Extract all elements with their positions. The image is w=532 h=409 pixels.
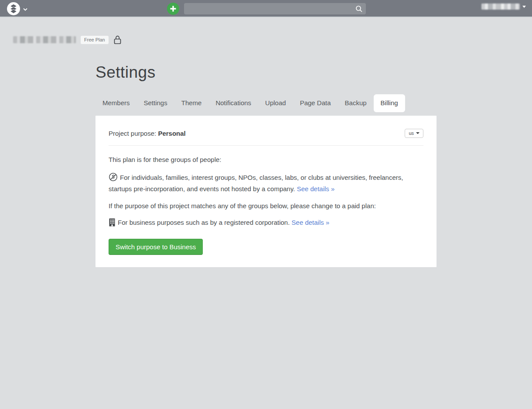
business-description-text: For business purposes such as by a regis…	[118, 219, 290, 226]
scrapbox-logo-icon	[7, 2, 20, 15]
locale-label: us	[409, 131, 414, 136]
tab-notifications[interactable]: Notifications	[208, 94, 258, 112]
see-details-link-personal[interactable]: See details »	[297, 185, 335, 192]
plus-icon	[170, 5, 177, 12]
divider	[109, 145, 423, 146]
no-money-icon	[109, 175, 118, 183]
page-title: Settings	[95, 63, 437, 82]
project-purpose-text: Project purpose: Personal	[109, 129, 186, 138]
tab-backup[interactable]: Backup	[338, 94, 374, 112]
user-menu-button[interactable]	[481, 3, 526, 10]
tab-upload[interactable]: Upload	[258, 94, 293, 112]
tab-page-data[interactable]: Page Data	[293, 94, 338, 112]
tab-theme[interactable]: Theme	[174, 94, 209, 112]
top-navbar	[0, 0, 532, 17]
paid-plan-prompt: If the purpose of this project matches a…	[109, 201, 423, 210]
plan-intro-text: This plan is for these groups of people:	[109, 155, 423, 164]
purpose-label: Project purpose:	[109, 130, 156, 137]
project-switcher-button[interactable]	[7, 2, 27, 15]
user-name-redacted	[481, 3, 520, 10]
personal-description-text: For individuals, families, interest grou…	[109, 174, 403, 192]
main-content: Settings Members Settings Theme Notifica…	[0, 17, 532, 267]
building-icon	[109, 220, 116, 228]
locale-dropdown-button[interactable]: us	[405, 129, 423, 138]
purpose-row: Project purpose: Personal us	[109, 129, 423, 138]
tab-settings[interactable]: Settings	[137, 94, 174, 112]
chevron-down-icon	[23, 6, 27, 12]
create-page-button[interactable]	[167, 3, 179, 15]
see-details-link-business[interactable]: See details »	[292, 219, 330, 226]
caret-down-icon	[416, 132, 419, 134]
search-input[interactable]	[184, 3, 366, 14]
tabs-bar: Members Settings Theme Notifications Upl…	[95, 94, 437, 112]
switch-purpose-button[interactable]: Switch purpose to Business	[109, 239, 203, 255]
personal-purpose-description: For individuals, families, interest grou…	[109, 172, 423, 193]
tab-billing[interactable]: Billing	[374, 94, 405, 112]
search-bar	[184, 3, 366, 14]
purpose-value: Personal	[158, 130, 185, 137]
tab-members[interactable]: Members	[95, 94, 137, 112]
search-button[interactable]	[354, 4, 364, 14]
search-icon	[355, 5, 363, 13]
caret-down-icon	[522, 6, 526, 8]
business-purpose-description: For business purposes such as by a regis…	[109, 218, 423, 229]
billing-card: Project purpose: Personal us This plan i…	[95, 116, 437, 267]
